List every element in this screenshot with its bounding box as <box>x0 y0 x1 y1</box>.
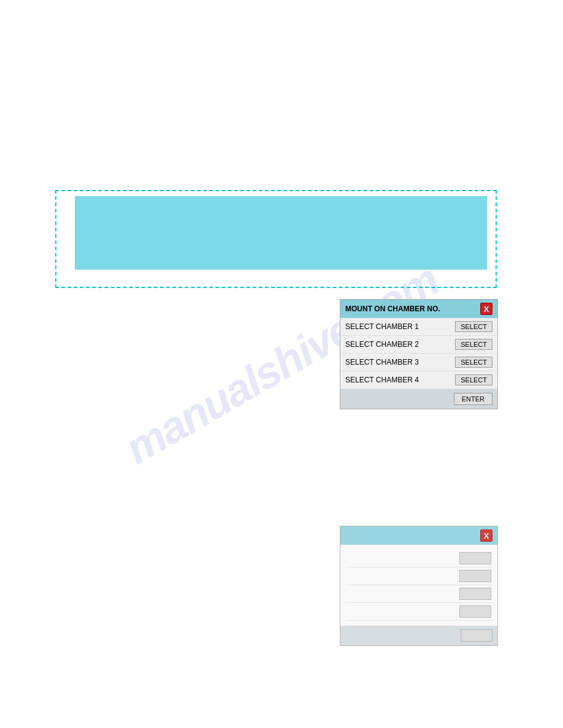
select-chamber-2-button[interactable]: SELECT <box>455 339 492 350</box>
cyan-display-rect <box>75 196 487 270</box>
chamber-row-2: SELECT CHAMBER 2 SELECT <box>340 336 497 354</box>
ghost-row-4 <box>345 603 492 621</box>
chamber-row-4: SELECT CHAMBER 4 SELECT <box>340 371 497 389</box>
chamber-row-1: SELECT CHAMBER 1 SELECT <box>340 318 497 336</box>
ghost-row-1 <box>345 550 492 567</box>
ghost-btn-1[interactable] <box>459 552 491 564</box>
select-chamber-1-button[interactable]: SELECT <box>455 321 492 332</box>
mount-chamber-dialog: MOUNT ON CHAMBER NO. X SELECT CHAMBER 1 … <box>340 299 498 409</box>
select-chamber-4-button[interactable]: SELECT <box>455 374 492 385</box>
ghost-close-button[interactable]: X <box>480 529 492 542</box>
dialog-title: MOUNT ON CHAMBER NO. <box>345 305 440 313</box>
ghost-btn-3[interactable] <box>459 588 491 600</box>
chamber-4-label: SELECT CHAMBER 4 <box>345 376 419 384</box>
ghost-dialog: X <box>340 526 498 646</box>
chamber-3-label: SELECT CHAMBER 3 <box>345 358 419 366</box>
ghost-row-3 <box>345 585 492 603</box>
ghost-row-2 <box>345 567 492 585</box>
ghost-body <box>340 545 497 626</box>
dialog-footer: ENTER <box>340 389 497 409</box>
ghost-btn-4[interactable] <box>459 605 491 618</box>
ghost-enter-button[interactable] <box>461 629 492 642</box>
select-chamber-3-button[interactable]: SELECT <box>455 357 492 368</box>
close-button[interactable]: X <box>480 303 492 315</box>
ghost-btn-2[interactable] <box>459 570 491 582</box>
chamber-2-label: SELECT CHAMBER 2 <box>345 340 419 349</box>
dialog-title-bar: MOUNT ON CHAMBER NO. X <box>340 300 497 318</box>
ghost-footer <box>340 626 497 645</box>
enter-button[interactable]: ENTER <box>454 393 492 405</box>
chamber-1-label: SELECT CHAMBER 1 <box>345 322 419 331</box>
chamber-row-3: SELECT CHAMBER 3 SELECT <box>340 354 497 371</box>
ghost-title-bar: X <box>340 526 497 545</box>
